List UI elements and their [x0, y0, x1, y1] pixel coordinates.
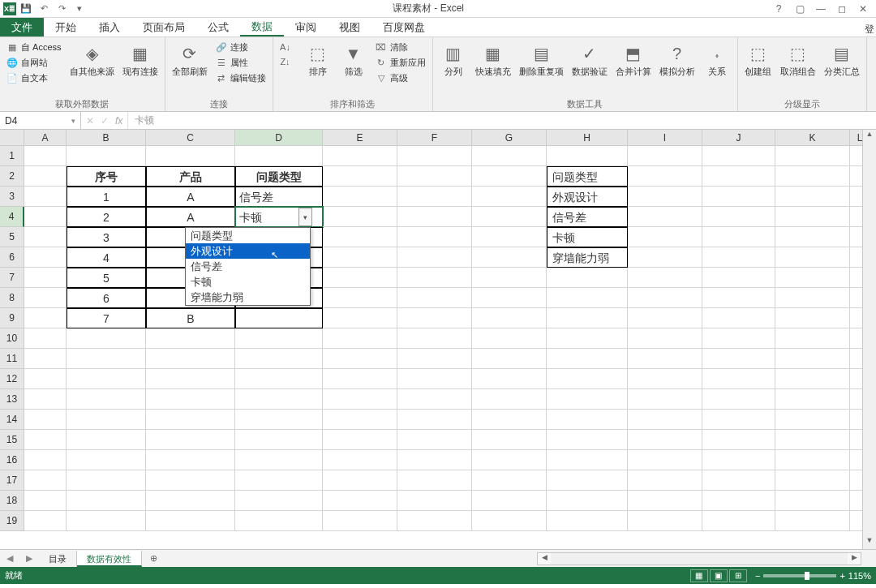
- cell-A1[interactable]: [24, 146, 67, 166]
- cell-H6[interactable]: 穿墙能力弱: [547, 247, 628, 268]
- minimize-button[interactable]: —: [811, 3, 831, 15]
- cell-H15[interactable]: [547, 430, 628, 450]
- cell-H1[interactable]: [547, 146, 628, 166]
- cell-K16[interactable]: [775, 450, 850, 470]
- cell-B3[interactable]: 1: [67, 187, 146, 207]
- cell-dropdown-button[interactable]: ▾: [298, 208, 312, 226]
- cell-C15[interactable]: [146, 430, 235, 450]
- confirm-edit-icon[interactable]: ✓: [101, 115, 109, 127]
- cell-I17[interactable]: [628, 470, 702, 491]
- cell-B17[interactable]: [67, 470, 146, 491]
- cell-A4[interactable]: [24, 207, 67, 227]
- cell-C11[interactable]: [146, 349, 235, 369]
- cell-J9[interactable]: [702, 308, 775, 328]
- cell-K7[interactable]: [775, 268, 850, 288]
- cell-B16[interactable]: [67, 450, 146, 470]
- cell-I4[interactable]: [628, 207, 702, 227]
- btn-filter[interactable]: ▼筛选: [337, 39, 371, 79]
- cell-J7[interactable]: [702, 268, 775, 288]
- cell-E9[interactable]: [323, 308, 397, 328]
- cell-J8[interactable]: [702, 288, 775, 308]
- cell-F10[interactable]: [397, 328, 472, 349]
- validation-item[interactable]: 问题类型: [186, 228, 310, 243]
- cell-B18[interactable]: [67, 491, 146, 511]
- cell-H18[interactable]: [547, 491, 628, 511]
- btn-flash-fill[interactable]: ▦快速填充: [472, 39, 514, 79]
- cell-D18[interactable]: [235, 491, 323, 511]
- tab-insert[interactable]: 插入: [88, 18, 131, 36]
- col-header-G[interactable]: G: [472, 130, 547, 146]
- cell-B19[interactable]: [67, 511, 146, 531]
- btn-consolidate[interactable]: ⬒合并计算: [612, 39, 655, 79]
- cell-C2[interactable]: 产品: [146, 166, 235, 187]
- cell-F19[interactable]: [397, 511, 472, 531]
- cell-H16[interactable]: [547, 450, 628, 470]
- sheet-tab-2[interactable]: 数据有效性: [77, 551, 142, 567]
- cell-B1[interactable]: [67, 146, 146, 166]
- cell-D3[interactable]: 信号差: [235, 187, 323, 207]
- select-all-corner[interactable]: [0, 130, 24, 146]
- cell-A12[interactable]: [24, 369, 67, 389]
- cell-J13[interactable]: [702, 389, 775, 410]
- cell-K10[interactable]: [775, 328, 850, 349]
- row-header-11[interactable]: 11: [0, 349, 24, 369]
- sheet-nav-prev-icon[interactable]: ◀: [0, 553, 19, 564]
- btn-data-validation[interactable]: ✓数据验证: [569, 39, 611, 79]
- maximize-button[interactable]: ◻: [832, 3, 852, 15]
- row-header-19[interactable]: 19: [0, 511, 24, 531]
- cell-H11[interactable]: [547, 349, 628, 369]
- btn-text-to-col[interactable]: ▥分列: [436, 39, 470, 79]
- row-header-1[interactable]: 1: [0, 146, 24, 166]
- cell-A14[interactable]: [24, 410, 67, 430]
- cell-G7[interactable]: [472, 268, 547, 288]
- cell-I9[interactable]: [628, 308, 702, 328]
- cell-K13[interactable]: [775, 389, 850, 410]
- cell-B6[interactable]: 4: [67, 247, 146, 268]
- cell-F7[interactable]: [397, 268, 472, 288]
- scroll-up-icon[interactable]: ▲: [863, 130, 876, 143]
- cell-E16[interactable]: [323, 450, 397, 470]
- btn-advanced[interactable]: ▽高级: [372, 71, 429, 85]
- btn-from-web[interactable]: 🌐自网站: [3, 56, 65, 70]
- row-header-4[interactable]: 4: [0, 207, 24, 227]
- cell-K15[interactable]: [775, 430, 850, 450]
- cell-E10[interactable]: [323, 328, 397, 349]
- cell-K17[interactable]: [775, 470, 850, 491]
- col-header-K[interactable]: K: [775, 130, 850, 146]
- cell-B10[interactable]: [67, 328, 146, 349]
- btn-connections[interactable]: 🔗连接: [213, 41, 269, 54]
- zoom-in-button[interactable]: +: [840, 571, 844, 581]
- cell-E5[interactable]: [323, 227, 397, 247]
- cell-F6[interactable]: [397, 247, 472, 268]
- row-header-2[interactable]: 2: [0, 166, 24, 187]
- tab-review[interactable]: 审阅: [284, 18, 328, 36]
- cell-K3[interactable]: [775, 187, 850, 207]
- cell-I12[interactable]: [628, 369, 702, 389]
- cell-B15[interactable]: [67, 430, 146, 450]
- cell-J3[interactable]: [702, 187, 775, 207]
- cell-H14[interactable]: [547, 410, 628, 430]
- cell-I2[interactable]: [628, 166, 702, 187]
- col-header-J[interactable]: J: [702, 130, 775, 146]
- cell-B2[interactable]: 序号: [67, 166, 146, 187]
- cell-H17[interactable]: [547, 470, 628, 491]
- tab-layout[interactable]: 页面布局: [131, 18, 196, 36]
- cell-J19[interactable]: [702, 511, 775, 531]
- cell-F14[interactable]: [397, 410, 472, 430]
- cell-F2[interactable]: [397, 166, 472, 187]
- cell-G16[interactable]: [472, 450, 547, 470]
- view-page-layout-icon[interactable]: ▣: [710, 569, 728, 582]
- tab-file[interactable]: 文件: [0, 18, 44, 36]
- cell-I13[interactable]: [628, 389, 702, 410]
- help-button[interactable]: ?: [769, 3, 788, 15]
- name-box-dropdown-icon[interactable]: ▾: [71, 117, 75, 125]
- cell-G14[interactable]: [472, 410, 547, 430]
- col-header-E[interactable]: E: [323, 130, 397, 146]
- cell-C16[interactable]: [146, 450, 235, 470]
- cell-G4[interactable]: [472, 207, 547, 227]
- cell-E7[interactable]: [323, 268, 397, 288]
- cell-F18[interactable]: [397, 491, 472, 511]
- validation-item[interactable]: 信号差: [186, 259, 310, 274]
- tab-view[interactable]: 视图: [328, 18, 371, 36]
- sheet-tab-1[interactable]: 目录: [39, 551, 77, 567]
